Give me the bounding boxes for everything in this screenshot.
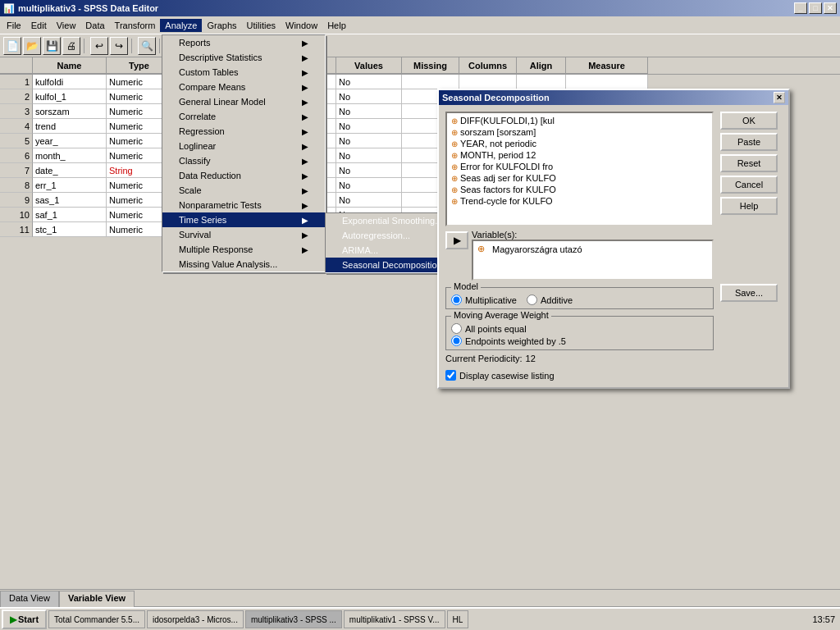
- cell-values[interactable]: No: [336, 193, 402, 208]
- menu-loglinear[interactable]: Loglinear▶: [162, 139, 325, 153]
- cell-values[interactable]: No: [336, 119, 402, 134]
- menu-compare-means[interactable]: Compare Means▶: [162, 80, 325, 94]
- source-variables-listbox[interactable]: ⊕ DIFF(KULFOLDI,1) [kul ⊕ sorszam [sorsz…: [445, 112, 714, 226]
- menu-utilities[interactable]: Utilities: [242, 19, 281, 32]
- menu-descriptive[interactable]: Descriptive Statistics▶: [162, 50, 325, 65]
- cell-name[interactable]: kulfol_1: [33, 89, 107, 104]
- cell-values[interactable]: No: [336, 178, 402, 193]
- save-button[interactable]: Save...: [720, 284, 778, 302]
- find-btn[interactable]: 🔍: [138, 37, 156, 55]
- tab-data-view[interactable]: Data View: [0, 591, 59, 607]
- radio-multiplicative[interactable]: Multiplicative: [451, 294, 517, 305]
- menu-scale[interactable]: Scale▶: [162, 183, 325, 198]
- ok-button[interactable]: OK: [720, 112, 778, 130]
- menu-classify[interactable]: Classify▶: [162, 153, 325, 168]
- selected-var-1[interactable]: ⊕ Magyarországra utazó: [475, 243, 710, 255]
- paste-button[interactable]: Paste: [720, 133, 778, 151]
- display-casewise-input[interactable]: [445, 370, 456, 381]
- menu-regression[interactable]: Regression▶: [162, 124, 325, 139]
- cell-measure[interactable]: [566, 75, 648, 89]
- cell-values[interactable]: No: [336, 89, 402, 104]
- cell-values[interactable]: No: [336, 134, 402, 148]
- cell-values[interactable]: No: [336, 148, 402, 163]
- menu-missing-value[interactable]: Missing Value Analysis...: [162, 257, 325, 272]
- radio-additive[interactable]: Additive: [527, 294, 573, 305]
- cell-name[interactable]: year_: [33, 134, 107, 148]
- menu-custom-tables[interactable]: Custom Tables▶: [162, 65, 325, 80]
- menu-data-reduction[interactable]: Data Reduction▶: [162, 168, 325, 183]
- radio-endpoints[interactable]: Endpoints weighted by .5: [451, 336, 708, 346]
- move-variable-button[interactable]: ▶: [445, 231, 468, 249]
- selected-variables-listbox[interactable]: ⊕ Magyarországra utazó: [472, 240, 714, 281]
- reset-button[interactable]: Reset: [720, 154, 778, 172]
- source-var-7[interactable]: ⊕ Seas factors for KULFO: [449, 184, 710, 195]
- cancel-button[interactable]: Cancel: [720, 176, 778, 194]
- display-casewise-checkbox[interactable]: Display casewise listing: [445, 370, 782, 381]
- menu-multiple-response[interactable]: Multiple Response▶: [162, 242, 325, 257]
- cell-name[interactable]: month_: [33, 148, 107, 163]
- source-var-1[interactable]: ⊕ DIFF(KULFOLDI,1) [kul: [449, 115, 710, 126]
- cell-values[interactable]: No: [336, 163, 402, 178]
- undo-btn[interactable]: ↩: [90, 37, 108, 55]
- cell-values[interactable]: No: [336, 104, 402, 119]
- cell-name[interactable]: stc_1: [33, 222, 107, 237]
- menu-glm[interactable]: General Linear Model▶: [162, 94, 325, 109]
- menu-time-series[interactable]: Time Series▶ Exponential Smoothing... Au…: [162, 212, 325, 227]
- cell-name[interactable]: kulfoldi: [33, 75, 107, 89]
- radio-multiplicative-input[interactable]: [451, 294, 462, 305]
- menu-view[interactable]: View: [52, 19, 81, 32]
- taskbar-multiplikativ1[interactable]: multiplikativ1 - SPSS V...: [344, 610, 445, 628]
- source-var-8[interactable]: ⊕ Trend-cycle for KULFO: [449, 195, 710, 207]
- source-var-6[interactable]: ⊕ Seas adj ser for KULFO: [449, 172, 710, 184]
- print-btn[interactable]: 🖨: [62, 37, 80, 55]
- menu-data[interactable]: Data: [80, 19, 109, 32]
- menu-nonparametric[interactable]: Nonparametric Tests▶: [162, 198, 325, 212]
- source-var-5[interactable]: ⊕ Error for KULFOLDI fro: [449, 161, 710, 172]
- cell-name[interactable]: saf_1: [33, 208, 107, 222]
- taskbar-hl[interactable]: HL: [447, 610, 469, 628]
- tab-variable-view[interactable]: Variable View: [59, 591, 135, 607]
- menu-correlate[interactable]: Correlate▶: [162, 109, 325, 124]
- cell-align[interactable]: [517, 75, 566, 89]
- source-var-3[interactable]: ⊕ YEAR, not periodic: [449, 138, 710, 149]
- menu-help[interactable]: Help: [322, 19, 351, 32]
- radio-additive-input[interactable]: [527, 294, 537, 305]
- maximize-button[interactable]: □: [809, 2, 822, 14]
- source-var-2[interactable]: ⊕ sorszam [sorszam]: [449, 126, 710, 138]
- help-button[interactable]: Help: [720, 197, 778, 215]
- cell-missing[interactable]: [402, 75, 459, 89]
- save-btn[interactable]: 💾: [43, 37, 61, 55]
- taskbar-multiplikativ3[interactable]: multiplikativ3 - SPSS ...: [245, 610, 342, 628]
- cell-values[interactable]: No: [336, 75, 402, 89]
- cell-name[interactable]: err_1: [33, 178, 107, 193]
- taskbar-idosorpelda[interactable]: idosorpelda3 - Micros...: [147, 610, 244, 628]
- close-button[interactable]: ✕: [824, 2, 837, 14]
- redo-btn[interactable]: ↪: [110, 37, 128, 55]
- cell-name[interactable]: date_: [33, 163, 107, 178]
- menu-reports[interactable]: Reports▶: [162, 35, 325, 50]
- open-btn[interactable]: 📂: [23, 37, 41, 55]
- taskbar-total-commander[interactable]: Total Commander 5.5...: [48, 610, 145, 628]
- cell-columns[interactable]: [459, 75, 517, 89]
- minimize-button[interactable]: _: [794, 2, 807, 14]
- menu-analyze[interactable]: Analyze: [160, 19, 202, 32]
- cell-name[interactable]: sorszam: [33, 104, 107, 119]
- menu-edit[interactable]: Edit: [26, 19, 52, 32]
- periodicity-label: Current Periodicity:: [445, 354, 523, 363]
- cell-name[interactable]: sas_1: [33, 193, 107, 208]
- row-number: 7: [0, 163, 33, 178]
- menu-window[interactable]: Window: [281, 19, 322, 32]
- radio-all-equal-input[interactable]: [451, 323, 462, 334]
- menu-transform[interactable]: Transform: [110, 19, 161, 32]
- radio-all-equal[interactable]: All points equal: [451, 323, 708, 334]
- radio-endpoints-input[interactable]: [451, 336, 462, 346]
- menu-file[interactable]: File: [2, 19, 26, 32]
- source-var-4[interactable]: ⊕ MONTH, period 12: [449, 149, 710, 161]
- cell-name[interactable]: trend: [33, 119, 107, 134]
- start-button[interactable]: ▶ Start: [2, 609, 47, 629]
- row-number: 10: [0, 208, 33, 222]
- menu-graphs[interactable]: Graphs: [202, 19, 241, 32]
- dialog-close-button[interactable]: ✕: [774, 92, 785, 103]
- new-btn[interactable]: 📄: [3, 37, 21, 55]
- menu-survival[interactable]: Survival▶: [162, 227, 325, 242]
